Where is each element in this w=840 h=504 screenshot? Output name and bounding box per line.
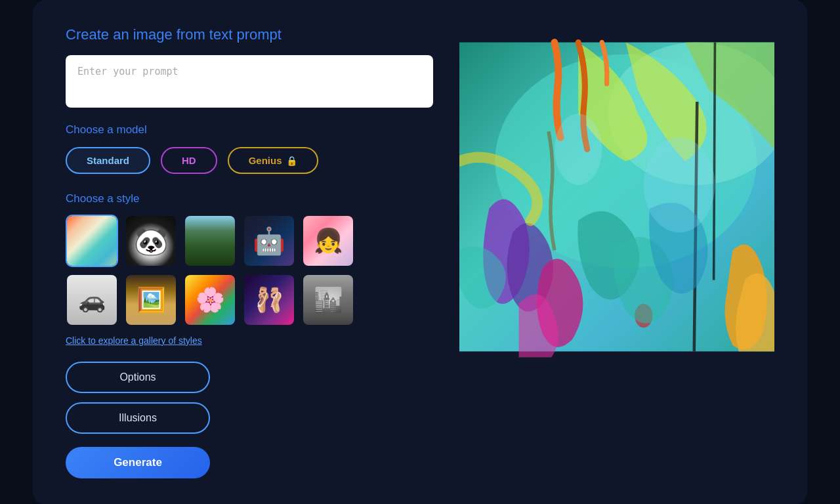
style-item-flowers[interactable]: 🌸 [184,274,236,326]
svg-point-7 [555,114,602,185]
generate-button[interactable]: Generate [66,447,210,478]
painting-svg [459,26,774,368]
style-item-ballet[interactable]: 🩰 [243,274,295,326]
options-button[interactable]: Options [66,362,210,393]
action-buttons: Options Illusions Generate [66,362,433,478]
model-section-title: Choose a model [66,123,433,136]
svg-line-4 [714,43,715,280]
illusions-button[interactable]: Illusions [66,402,210,434]
generated-image [459,26,774,368]
page-title: Create an image from text prompt [66,26,433,43]
model-standard-button[interactable]: Standard [66,147,150,174]
style-item-city[interactable]: 🏙️ [302,274,354,326]
gallery-link[interactable]: Click to explore a gallery of styles [66,335,433,346]
prompt-input[interactable] [66,55,433,108]
style-item-robot[interactable]: 🤖 [243,215,295,267]
model-buttons: Standard HD Genius 🔒 [66,147,433,174]
style-item-vintage-car[interactable]: 🚗 [66,274,118,326]
left-panel: Create an image from text prompt Choose … [66,26,433,478]
style-grid: 🐼 🤖 👧 🚗 🖼️ 🌸 🩰 � [66,215,433,326]
right-panel [459,26,774,478]
model-hd-button[interactable]: HD [161,147,217,174]
app-container: Create an image from text prompt Choose … [33,0,807,504]
style-item-anime[interactable]: 👧 [302,215,354,267]
style-item-panda[interactable]: 🐼 [125,215,177,267]
style-item-portrait[interactable]: 🖼️ [125,274,177,326]
style-item-abstract[interactable] [66,215,118,267]
model-genius-button[interactable]: Genius 🔒 [228,147,318,174]
lock-icon: 🔒 [286,156,297,166]
svg-point-6 [644,137,715,232]
style-section-title: Choose a style [66,192,433,205]
style-item-forest[interactable] [184,215,236,267]
